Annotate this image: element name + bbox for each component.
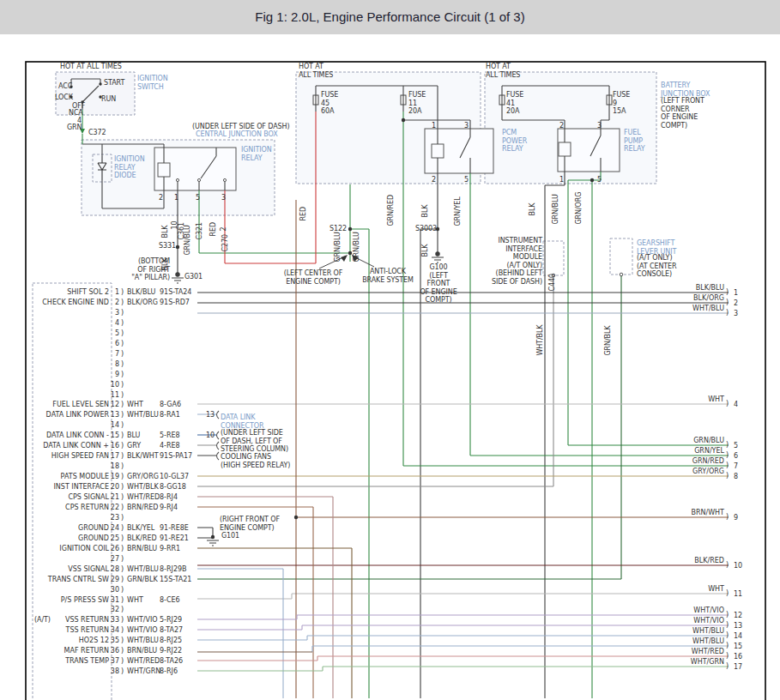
pcm-pin-bracket: ) <box>121 534 124 543</box>
pcm-pin-bracket: ) <box>121 350 124 359</box>
pcm-pin-number: 3 <box>110 309 119 317</box>
pcm-pin-number: 33 <box>110 616 119 625</box>
pcm-pin-number: 29 <box>110 576 119 584</box>
connector-pin-bracket: ) <box>726 513 729 522</box>
pcm-wire-color: BRN/BLU <box>127 647 157 655</box>
connector-pin-number: 12 <box>734 612 742 620</box>
connector-wire-color: WHT/RED <box>661 648 724 656</box>
pcm-pin-number: 8 <box>110 360 119 369</box>
dlc-pin-13: 13 <box>206 411 215 419</box>
pcm-pin-number: 12 <box>110 401 119 409</box>
pcm-pin-bracket: ) <box>121 381 124 389</box>
pcm-circuit-number: 8-TA26 <box>160 657 183 666</box>
pcm-pin-label: CHECK ENGINE IND <box>34 299 109 307</box>
pcm-pin-label: CPS RETURN <box>34 504 109 512</box>
g301-location: (BOTTOM OF RIGHT "A" PILLAR) <box>125 257 170 282</box>
pcm-pin-bracket: ) <box>121 626 124 635</box>
pcm-pin-label: HO2S 12 <box>34 637 109 645</box>
ignition-relay-pin-5: 5 <box>196 194 200 202</box>
connector-pin-number: 9 <box>734 514 738 522</box>
pcm-pin-label: DATA LINK CONN + <box>34 442 109 450</box>
connector-wire-color: WHT/BLU <box>661 627 724 636</box>
pcm-pin-label: DATA LINK CONN - <box>34 431 109 440</box>
fuel-pump-relay-pin-2: 2 <box>559 122 564 130</box>
pcm-power-relay-label: PCM POWER RELAY <box>502 129 527 154</box>
connector-pin-bracket: ) <box>726 561 729 570</box>
pcm-pin-bracket: ) <box>121 493 124 502</box>
cooling-fans-label: COOLING FANS (HIGH SPEED RELAY) <box>221 453 290 469</box>
pcm-pin-number: 4 <box>110 319 119 328</box>
connector-wire-color: GRN/YEL <box>661 447 724 456</box>
connector-wire-color: WHT/BLU <box>661 305 724 313</box>
pcm-pin-label: DATA LINK POWER <box>34 411 109 419</box>
pcm-pin-number: 19 <box>110 473 119 481</box>
wire-color-blk-pcm: BLK <box>421 205 430 218</box>
pcm-pin-number: 16 <box>110 442 119 450</box>
pcm-pin-number: 36 <box>110 647 119 655</box>
connector-pin-number: 15 <box>734 643 742 651</box>
pcm-pin-bracket: ) <box>121 473 124 481</box>
connector-pin-bracket: ) <box>726 589 729 598</box>
wire-color-blk-fp: BLK <box>529 203 537 216</box>
connector-pin-bracket: ) <box>726 611 729 619</box>
anti-lock-brake-system: ANTI-LOCK BRAKE SYSTEM <box>360 268 415 284</box>
wire-color-grn-red: GRN/RED <box>387 195 396 226</box>
wire-color-wht-blk: WHT/BLK <box>536 325 545 356</box>
pcm-wire-color: WHT/VIO <box>127 626 158 635</box>
pcm-wire-color: BLK/RED <box>127 534 157 543</box>
pcm-wire-color: BLK/WHT <box>127 452 159 461</box>
pcm-pin-number: 26 <box>110 545 119 553</box>
wire-color-grn-org: GRN/ORG <box>575 192 583 225</box>
wire-color-grn-yel: GRN/YEL <box>454 196 463 226</box>
pcm-pin-bracket: ) <box>121 309 124 317</box>
pcm-pin-bracket: ) <box>121 586 124 594</box>
wire-color-blk: BLK <box>161 226 170 238</box>
connector-pin-number: 17 <box>734 663 742 672</box>
connector-pin-bracket: ) <box>726 400 729 408</box>
pcm-pin-number: 22 <box>110 504 119 512</box>
ignition-relay-diode-label: IGNITION RELAY DIODE <box>114 155 145 180</box>
pcm-wire-color: BRN/BLU <box>127 545 157 553</box>
pcm-pin-number: 34 <box>110 626 119 635</box>
instrument-interface-module-label: INSTRUMENT INTERFACE MODULE (A/T ONLY) (… <box>479 237 542 286</box>
pcm-pin-bracket: ) <box>121 391 124 400</box>
central-junction-box-label: CENTRAL JUNCTION BOX <box>196 130 278 139</box>
pcm-wire-color: BLK/YEL <box>127 524 154 533</box>
pcm-pin-label: FUEL LEVEL SEN <box>34 401 109 409</box>
connector-wire-color: WHT <box>661 585 724 594</box>
pcm-pin-number: 1 <box>110 288 119 297</box>
wire-color-blk-g100: BLK <box>421 244 430 257</box>
pcm-wire-color: BLU <box>127 431 140 440</box>
connector-wire-color: GRY/ORG <box>661 468 724 476</box>
fuse-9-15a: FUSE 9 15A <box>613 91 630 116</box>
connector-pin-bracket: ) <box>726 472 729 480</box>
pcm-pin-bracket: ) <box>121 411 124 419</box>
gearshift-lever-unit-location: (A/T ONLY) (AT CENTER CONSOLE) <box>637 254 677 279</box>
pcm-circuit-number: 8-RJ29B <box>160 565 187 574</box>
connector-wire-color: BLK/RED <box>661 557 724 565</box>
hot-at-all-times-left: HOT AT ALL TIMES <box>60 63 122 71</box>
pcm-pin-bracket: ) <box>121 504 124 512</box>
pcm-pin-number: 38 <box>110 667 119 676</box>
pcm-circuit-number: 8-CE6 <box>160 596 180 605</box>
pcm-pin-number: 17 <box>110 452 119 461</box>
connector-c270: C270 <box>221 234 230 251</box>
pcm-pin-bracket: ) <box>121 442 124 450</box>
pcm-circuit-number: 91S-PA17 <box>160 452 192 461</box>
connector-c321: C321 <box>196 222 204 239</box>
splice-s331: S331 <box>159 242 176 250</box>
pcm-wire-color: WHT <box>127 401 143 409</box>
pcm-pin-number: 7 <box>110 350 119 359</box>
wire-color-grn-blu-fp: GRN/BLU <box>552 194 560 224</box>
pcm-wire-color: GRY <box>127 442 141 450</box>
pcm-pin-bracket: ) <box>121 319 124 328</box>
pcm-wire-color: WHT/BLU <box>127 637 159 645</box>
wire-color-red-fuse45: RED <box>299 207 308 220</box>
pcm-pin-number: 6 <box>110 340 119 348</box>
switch-pos-acc: ACC <box>58 82 72 91</box>
pcm-pin-label: HIGH SPEED FAN <box>34 452 109 461</box>
pcm-circuit-number: 8-RJ6 <box>160 667 178 676</box>
pcm-relay-pin-1: 1 <box>432 122 436 130</box>
connector-pin-number: 6 <box>734 452 738 461</box>
ignition-relay-pin-2: 2 <box>159 194 163 202</box>
